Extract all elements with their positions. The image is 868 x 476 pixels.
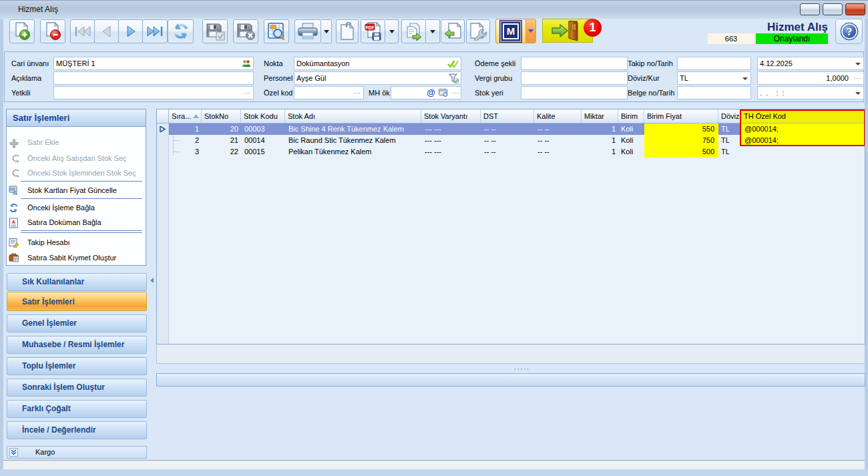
svg-text:PDF: PDF: [365, 25, 374, 30]
svg-text:?: ?: [846, 25, 852, 38]
svg-text:A: A: [12, 219, 16, 225]
